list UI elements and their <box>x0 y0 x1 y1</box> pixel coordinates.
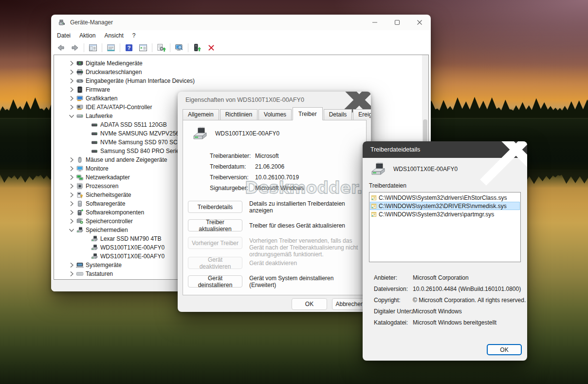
chevron-down-icon[interactable] <box>68 226 75 234</box>
close-button[interactable] <box>507 142 525 157</box>
tree-item-label: Prozessoren <box>86 183 118 190</box>
tab-details[interactable]: Details <box>324 109 352 120</box>
field-value: Microsoft Windows bereitgestellt <box>413 319 496 326</box>
field-value: Microsoft <box>255 153 279 159</box>
chevron-right-icon[interactable] <box>68 191 75 199</box>
gerät-deinstallieren-button[interactable]: Gerät deinstallieren <box>188 275 242 288</box>
toolbar-properties-icon[interactable] <box>106 42 116 53</box>
tab-treiber[interactable]: Treiber <box>293 107 323 120</box>
toolbar-action-pane-icon[interactable] <box>138 42 148 53</box>
ok-button[interactable]: OK <box>487 344 522 355</box>
disk-icon <box>91 121 98 129</box>
driver-file-path: C:\WINDOWS\System32\drivers\EhStorClass.… <box>379 194 507 201</box>
action-description: Treiber für dieses Gerät aktualisieren <box>249 222 345 229</box>
field-value: 21.06.2006 <box>255 163 284 170</box>
treiber-aktualisieren-button[interactable]: Treiber aktualisieren <box>188 219 242 231</box>
window-controls <box>364 15 431 30</box>
device-name: WDS100T1X0E-00AFY0 <box>393 166 458 173</box>
tree-item[interactable]: Digitale Mediengeräte <box>54 59 422 68</box>
tab-richtlinien[interactable]: Richtlinien <box>220 109 257 120</box>
storage-media-icon <box>76 226 84 234</box>
ok-button[interactable]: OK <box>292 298 327 310</box>
chevron-right-icon[interactable] <box>68 103 75 111</box>
tab-ereignisse[interactable]: Ereignisse <box>353 109 371 120</box>
toolbar-back-icon[interactable] <box>55 42 66 53</box>
chevron-right-icon[interactable] <box>68 217 75 225</box>
update-driver-icon <box>192 43 202 53</box>
toolbar-update-driver-icon[interactable] <box>192 42 202 53</box>
toolbar-search-computer-icon[interactable] <box>174 42 184 53</box>
driver-info-fields: Treiberanbieter:MicrosoftTreiberdatum:21… <box>210 151 304 193</box>
chevron-right-icon[interactable] <box>68 156 75 164</box>
tree-item-label: WDS100T1X0E-00AFY0 <box>100 253 165 260</box>
chevron-right-icon[interactable] <box>68 270 75 278</box>
driver-field: Treiberdatum:21.06.2006 <box>210 161 304 172</box>
driver-file-row[interactable]: C:\WINDOWS\System32\drivers\EhStorClass.… <box>370 193 520 202</box>
monitor-icon <box>76 165 84 173</box>
tree-item-label: Eingabegeräte (Human Interface Devices) <box>86 77 195 84</box>
file-info-fields: Anbieter:Microsoft CorporationDateiversi… <box>374 272 522 328</box>
driver-action-row: Treiber aktualisierenTreiber für dieses … <box>188 219 361 231</box>
chevron-right-icon[interactable] <box>68 68 75 76</box>
driver-field: Signaturgeber:Microsoft Windows <box>210 183 304 193</box>
treiberdetails-button[interactable]: Treiberdetails <box>188 201 242 213</box>
hid-icon <box>76 77 84 85</box>
menu-item-?[interactable]: ? <box>128 31 140 40</box>
toolbar-separator <box>170 43 170 52</box>
chevron-right-icon[interactable] <box>68 59 75 67</box>
toolbar-forward-icon[interactable] <box>70 42 80 53</box>
maximize-icon <box>392 18 402 27</box>
chevron-right-icon[interactable] <box>68 182 75 190</box>
toolbar-scan-hardware-icon[interactable] <box>156 42 166 53</box>
file-info-field: Copyright:© Microsoft Corporation. All r… <box>374 294 522 306</box>
tree-item-label: Systemgeräte <box>86 262 122 269</box>
software-component-icon <box>76 209 84 216</box>
chevron-down-icon[interactable] <box>68 112 75 120</box>
tree-item[interactable]: Druckwarteschlangen <box>54 68 422 77</box>
minimize-button[interactable] <box>364 15 386 30</box>
sys-file-icon <box>370 194 377 201</box>
close-button[interactable] <box>408 15 431 30</box>
maximize-button[interactable] <box>386 15 408 30</box>
tree-item[interactable]: Eingabegeräte (Human Interface Devices) <box>54 77 422 85</box>
device-header: WDS100T1X0E-00AFY0 <box>370 162 458 176</box>
field-label: Treiberdatum: <box>210 163 255 170</box>
keyboard-icon <box>76 270 84 278</box>
chevron-right-icon[interactable] <box>68 209 75 216</box>
mouse-icon <box>76 156 84 164</box>
tab-allgemein[interactable]: Allgemein <box>183 109 219 120</box>
driver-file-row[interactable]: C:\WINDOWS\system32\DRIVERS\nvmedisk.sys <box>370 202 520 210</box>
menu-item-ansicht[interactable]: Ansicht <box>100 31 128 40</box>
tree-item-label: Tastaturen <box>86 270 113 277</box>
tree-item-label: Laufwerke <box>86 113 112 119</box>
properties-icon <box>106 43 116 53</box>
driver-file-details-dialog: Treiberdateidetails WDS100T1X0E-00AFY0 T… <box>363 141 527 361</box>
driver-file-row[interactable]: C:\WINDOWS\System32\drivers\partmgr.sys <box>370 210 520 218</box>
driver-action-row: Vorheriger TreiberVorherigen Treiber ver… <box>188 237 361 258</box>
menu-item-datei[interactable]: Datei <box>53 31 75 40</box>
driver-action-row: TreiberdetailsDetails zu installierten T… <box>188 200 361 214</box>
chevron-right-icon[interactable] <box>68 86 75 94</box>
toolbar-console-tree-icon[interactable] <box>88 42 98 53</box>
chevron-right-icon[interactable] <box>68 95 75 102</box>
chevron-right-icon[interactable] <box>68 77 75 85</box>
chevron-right-icon[interactable] <box>68 173 75 181</box>
chevron-right-icon[interactable] <box>68 200 75 208</box>
toolbar-help-icon[interactable]: ? <box>124 42 134 53</box>
tree-item-label: Netzwerkadapter <box>86 174 130 181</box>
help-icon: ? <box>124 43 134 53</box>
tab-volumes[interactable]: Volumes <box>258 109 292 120</box>
field-label: Anbieter: <box>374 274 413 281</box>
toolbar-uninstall-icon[interactable] <box>206 42 217 53</box>
close-button[interactable] <box>350 93 368 107</box>
gerät-deaktivieren-button: Gerät deaktivieren <box>188 257 242 269</box>
uninstall-icon <box>206 43 216 53</box>
toolbar-separator <box>84 43 84 52</box>
field-value: Microsoft Corporation <box>413 274 469 281</box>
action-description: Details zu installierten Treiberdateien … <box>249 200 361 214</box>
chevron-right-icon[interactable] <box>68 261 75 269</box>
toolbar: ? <box>51 41 431 55</box>
menu-item-aktion[interactable]: Aktion <box>75 31 100 40</box>
chevron-right-icon[interactable] <box>68 165 75 173</box>
dialog-titlebar: Eigenschaften von WDS100T1X0E-00AFY0 <box>178 92 371 108</box>
